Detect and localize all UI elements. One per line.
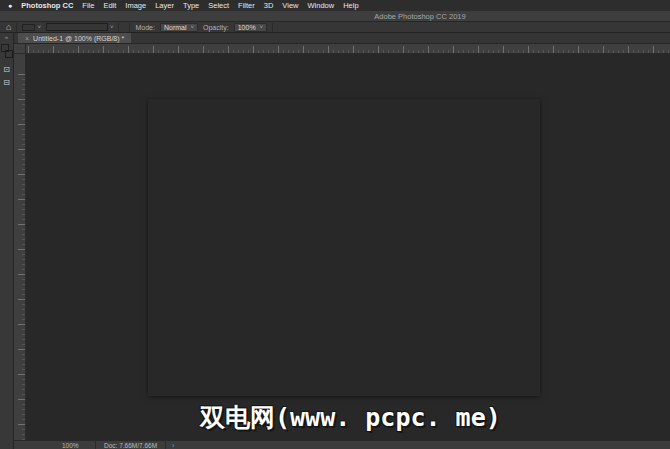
quick-mask-button[interactable]: ⊡ (1, 63, 13, 76)
mode-value: Normal (164, 24, 187, 31)
menu-item-window[interactable]: Window (307, 1, 334, 10)
divider (129, 23, 130, 32)
menu-item-filter[interactable]: Filter (238, 1, 255, 10)
pasteboard[interactable] (26, 54, 670, 440)
document-tab-bar: × Untitled-1 @ 100% (RGB/8) * (14, 33, 670, 44)
menu-item-3d[interactable]: 3D (264, 1, 274, 10)
menu-item-file[interactable]: File (82, 1, 94, 10)
vertical-ruler[interactable] (14, 54, 26, 440)
status-options-chevron[interactable]: › (165, 441, 180, 449)
foreground-color-swatch[interactable] (1, 44, 9, 52)
tool-preset-thumbnail (22, 24, 35, 31)
zoom-level-field[interactable]: 100% (62, 441, 96, 449)
mode-label: Mode: (135, 24, 154, 31)
title-bar: Adobe Photoshop CC 2019 (0, 11, 670, 22)
divider (272, 23, 273, 32)
menu-item-type[interactable]: Type (183, 1, 199, 10)
divider (16, 23, 17, 32)
opacity-value: 100% (238, 24, 256, 31)
watermark-text: 双电网(www. pcpc. me) (200, 401, 501, 434)
document-canvas[interactable] (148, 99, 540, 396)
screen-mode-button[interactable]: ⊟ (1, 76, 13, 89)
options-bar: ⌂ ˅ ˅ Mode: Normal ˅ Opacity: 100% ˅ (0, 22, 670, 33)
status-bar: 100% Doc: 7.66M/7.66M › (14, 440, 670, 449)
document-tab-title: Untitled-1 @ 100% (RGB/8) * (33, 35, 124, 42)
menu-item-help[interactable]: Help (343, 1, 358, 10)
menu-item-select[interactable]: Select (208, 1, 229, 10)
close-tab-icon[interactable]: × (25, 35, 29, 42)
expand-toolbar-icon[interactable]: » (5, 33, 8, 41)
gradient-picker[interactable]: ˅ (46, 23, 114, 31)
home-icon[interactable]: ⌂ (6, 23, 11, 32)
chevron-down-icon: ˅ (37, 24, 41, 30)
menu-item-edit[interactable]: Edit (103, 1, 116, 10)
opacity-label: Opacity: (203, 24, 229, 31)
document-size-info: Doc: 7.66M/7.66M (96, 442, 165, 449)
horizontal-ruler[interactable] (26, 44, 670, 54)
chevron-down-icon: ˅ (110, 24, 114, 30)
divider (118, 23, 119, 32)
tool-preset-picker[interactable]: ˅ (22, 24, 41, 31)
mode-dropdown[interactable]: Normal ˅ (160, 23, 198, 32)
opacity-dropdown[interactable]: 100% ˅ (234, 23, 267, 32)
photoshop-window: ● Photoshop CCFileEditImageLayerTypeSele… (0, 0, 670, 449)
menu-item-layer[interactable]: Layer (155, 1, 174, 10)
gradient-preview (46, 23, 108, 31)
color-swatches (1, 43, 13, 61)
document-tab[interactable]: × Untitled-1 @ 100% (RGB/8) * (18, 33, 131, 43)
menu-bar: ● Photoshop CCFileEditImageLayerTypeSele… (0, 0, 670, 11)
menu-item-image[interactable]: Image (125, 1, 146, 10)
window-title: Adobe Photoshop CC 2019 (0, 12, 670, 21)
chevron-down-icon: ˅ (191, 24, 195, 30)
menu-item-view[interactable]: View (282, 1, 298, 10)
tools-panel: » ⊡ ⊟ (0, 33, 14, 449)
ruler-corner (14, 44, 26, 54)
chevron-down-icon: ˅ (260, 24, 264, 30)
menu-item-photoshop-cc[interactable]: Photoshop CC (21, 1, 73, 10)
apple-icon[interactable]: ● (8, 2, 12, 9)
